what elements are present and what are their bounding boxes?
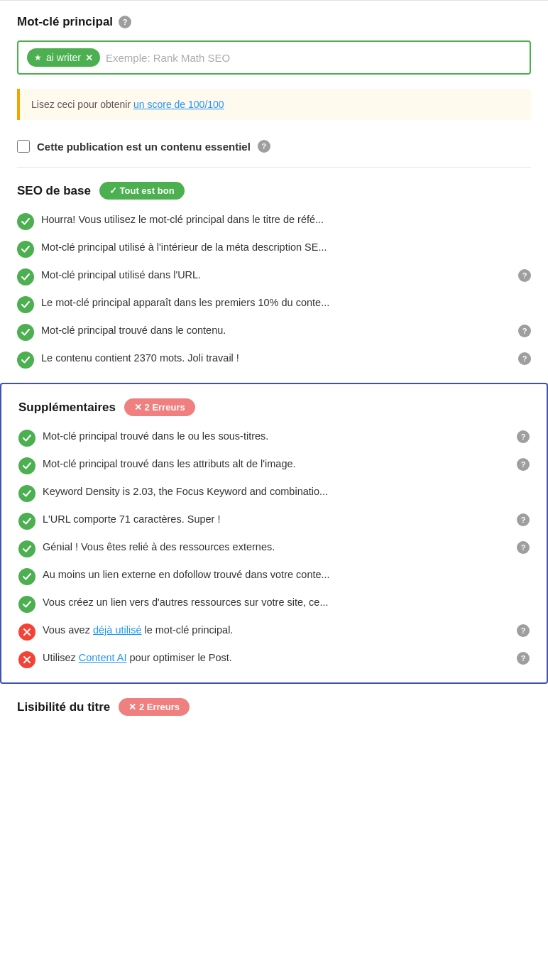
suppl-item-3-text: Keyword Density is 2.03, the Focus Keywo… (43, 484, 530, 500)
lisibilite-title: Lisibilité du titre (17, 700, 110, 714)
suppl-item-2-text: Mot-clé principal trouvé dans les attrib… (43, 457, 510, 472)
keyword-tag: ★ ai writer ✕ (27, 48, 100, 67)
essential-content-checkbox[interactable] (17, 140, 30, 153)
suppl-item-4-text: L'URL comporte 71 caractères. Super ! (43, 512, 510, 528)
keyword-tag-remove[interactable]: ✕ (85, 53, 93, 63)
seo-item-2: Mot-clé principal utilisé à l'intérieur … (17, 240, 531, 258)
seo-item-4-text: Le mot-clé principal apparaît dans les p… (41, 295, 531, 311)
notice-text: Lisez ceci pour obtenir (31, 99, 133, 110)
lisibilite-header: Lisibilité du titre ✕ 2 Erreurs (17, 698, 531, 716)
seo-de-base-section: SEO de base ✓ Tout est bon Hourra! Vous … (0, 168, 548, 383)
suppl-item-5-help[interactable]: ? (517, 541, 530, 554)
suppl-item-9: Utilisez Content AI pour optimiser le Po… (18, 650, 530, 668)
keyword-help-icon[interactable]: ? (119, 16, 131, 28)
seo-item-5-text: Mot-clé principal trouvé dans le contenu… (41, 323, 511, 339)
suppl-item-2-help[interactable]: ? (517, 458, 530, 471)
lisibilite-section: Lisibilité du titre ✕ 2 Erreurs (0, 684, 548, 730)
check-icon-success (18, 485, 35, 502)
lisibilite-badge: ✕ 2 Erreurs (119, 698, 190, 716)
seo-item-5-help[interactable]: ? (518, 325, 531, 337)
supplementaires-badge: ✕ 2 Erreurs (124, 398, 195, 416)
essential-content-row: Cette publication est un contenu essenti… (0, 131, 548, 167)
check-icon-success (18, 540, 35, 557)
seo-item-3-help[interactable]: ? (518, 269, 531, 282)
seo-item-1: Hourra! Vous utilisez le mot-clé princip… (17, 212, 531, 230)
supplementaires-list: Mot-clé principal trouvé dans le ou les … (18, 429, 530, 668)
seo-item-5: Mot-clé principal trouvé dans le contenu… (17, 323, 531, 341)
suppl-item-9-link[interactable]: Content AI (79, 652, 127, 663)
keyword-placeholder: Exemple: Rank Math SEO (106, 52, 521, 64)
check-icon-success (17, 324, 34, 341)
essential-content-label: Cette publication est un contenu essenti… (37, 141, 251, 153)
suppl-item-1-help[interactable]: ? (517, 430, 530, 443)
suppl-item-5: Génial ! Vous êtes relié à des ressource… (18, 540, 530, 557)
check-icon-success (17, 241, 34, 258)
notice-link[interactable]: un score de 100/100 (133, 99, 224, 110)
seo-de-base-title: SEO de base (17, 184, 91, 198)
suppl-item-2: Mot-clé principal trouvé dans les attrib… (18, 457, 530, 474)
essential-content-help-icon[interactable]: ? (258, 140, 270, 153)
check-icon-success (18, 568, 35, 585)
keyword-input-area[interactable]: ★ ai writer ✕ Exemple: Rank Math SEO (17, 40, 531, 75)
suppl-item-8-text: Vous avez déjà utilisé le mot-clé princi… (43, 623, 510, 638)
suppl-item-6-text: Au moins un lien externe en dofollow tro… (43, 567, 530, 583)
seo-item-6-text: Le contenu contient 2370 mots. Joli trav… (41, 351, 511, 366)
check-icon-success (18, 430, 35, 447)
supplementaires-section: Supplémentaires ✕ 2 Erreurs Mot-clé prin… (0, 383, 548, 684)
check-icon-success (18, 457, 35, 474)
suppl-item-4-help[interactable]: ? (517, 513, 530, 526)
suppl-item-9-text: Utilisez Content AI pour optimiser le Po… (43, 650, 510, 666)
keyword-section-title: Mot-clé principal (17, 15, 113, 29)
check-icon-success (17, 296, 34, 313)
suppl-item-1: Mot-clé principal trouvé dans le ou les … (18, 429, 530, 447)
check-icon-error (18, 651, 35, 668)
seo-item-6-help[interactable]: ? (518, 352, 531, 365)
seo-item-3: Mot-clé principal utilisé dans l'URL. ? (17, 268, 531, 285)
check-icon-error (18, 624, 35, 641)
seo-item-4: Le mot-clé principal apparaît dans les p… (17, 295, 531, 313)
suppl-item-5-text: Génial ! Vous êtes relié à des ressource… (43, 540, 510, 555)
supplementaires-header: Supplémentaires ✕ 2 Erreurs (18, 398, 530, 416)
suppl-item-1-text: Mot-clé principal trouvé dans le ou les … (43, 429, 510, 445)
seo-item-2-text: Mot-clé principal utilisé à l'intérieur … (41, 240, 531, 256)
suppl-item-7: Vous créez un lien vers d'autres ressour… (18, 595, 530, 613)
check-icon-success (17, 352, 34, 369)
seo-item-1-text: Hourra! Vous utilisez le mot-clé princip… (41, 212, 531, 228)
seo-item-3-text: Mot-clé principal utilisé dans l'URL. (41, 268, 511, 283)
keyword-tag-text: ai writer (46, 52, 81, 63)
suppl-item-7-text: Vous créez un lien vers d'autres ressour… (43, 595, 530, 611)
seo-de-base-badge: ✓ Tout est bon (99, 182, 185, 200)
check-icon-success (18, 513, 35, 530)
suppl-item-3: Keyword Density is 2.03, the Focus Keywo… (18, 484, 530, 502)
check-icon-success (17, 213, 34, 230)
seo-de-base-header: SEO de base ✓ Tout est bon (17, 182, 531, 200)
suppl-item-8-link[interactable]: déjà utilisé (93, 624, 142, 636)
suppl-item-4: L'URL comporte 71 caractères. Super ! ? (18, 512, 530, 530)
star-icon: ★ (34, 53, 42, 62)
seo-de-base-list: Hourra! Vous utilisez le mot-clé princip… (17, 212, 531, 369)
notice-banner: Lisez ceci pour obtenir un score de 100/… (17, 89, 531, 120)
suppl-item-6: Au moins un lien externe en dofollow tro… (18, 567, 530, 585)
suppl-item-8-help[interactable]: ? (517, 624, 530, 637)
supplementaires-title: Supplémentaires (18, 401, 116, 415)
suppl-item-9-help[interactable]: ? (517, 652, 530, 665)
check-icon-success (17, 268, 34, 285)
check-icon-success (18, 596, 35, 613)
suppl-item-8: Vous avez déjà utilisé le mot-clé princi… (18, 623, 530, 641)
seo-item-6: Le contenu contient 2370 mots. Joli trav… (17, 351, 531, 369)
